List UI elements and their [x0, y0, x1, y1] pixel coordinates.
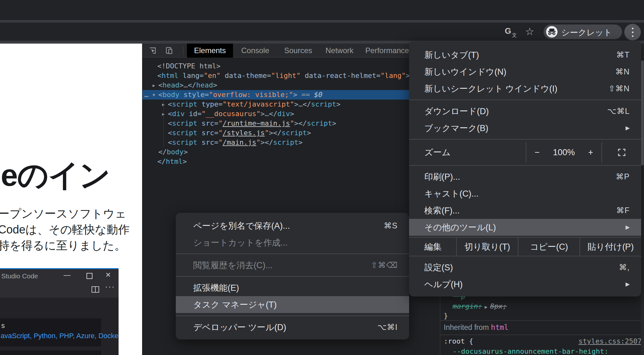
- device-toolbar-icon[interactable]: [165, 46, 173, 56]
- menu-item-cast[interactable]: キャスト(C)...: [409, 185, 641, 202]
- menu-item-label: ショートカットを作成...: [193, 237, 398, 248]
- dom-tree-node[interactable]: <script src="/styles.js"></script>: [142, 128, 440, 138]
- dom-tree-node[interactable]: </body>: [142, 147, 440, 157]
- menu-item-label: ヘルプ(H): [424, 279, 622, 290]
- split-editor-icon: [92, 286, 99, 294]
- css-property-row[interactable]: margin:▶8px;: [453, 302, 507, 311]
- menu-shortcut: ⇧⌘N: [608, 84, 630, 93]
- menu-item-label: デベロッパー ツール(D): [193, 322, 377, 333]
- dom-tree-node[interactable]: <html lang="en" data-theme="light" data-…: [142, 71, 440, 80]
- menu-item-label: ブックマーク(B): [424, 122, 622, 134]
- menu-shortcut: ⌘,: [619, 263, 630, 272]
- menu-separator: [409, 165, 641, 166]
- menu-item-label: 拡張機能(E): [193, 282, 398, 294]
- tab-sources[interactable]: Sources: [277, 44, 319, 58]
- menu-item-new-window[interactable]: 新しいウインドウ(N)⌘N: [409, 63, 641, 80]
- tab-console[interactable]: Console: [233, 44, 277, 58]
- menu-item-new-incognito-window[interactable]: 新しいシークレット ウインドウ(I)⇧⌘N: [409, 80, 641, 97]
- menu-shortcut: ⌘T: [616, 50, 630, 59]
- styles-section-divider: [440, 335, 644, 335]
- menu-separator: [176, 316, 409, 316]
- inspect-element-icon[interactable]: [148, 46, 157, 56]
- menu-separator: [409, 139, 641, 140]
- stylesheet-link[interactable]: styles.css:2507: [579, 337, 642, 346]
- menu-item-help[interactable]: ヘルプ(H)▶: [409, 276, 641, 293]
- disclosure-arrow-icon[interactable]: ▶: [153, 81, 158, 90]
- zoom-value: 100%: [553, 148, 575, 157]
- page-text-line: ープンソースソフトウェ: [0, 206, 127, 222]
- menu-item-label: 閲覧履歴を消去(C)...: [193, 260, 371, 271]
- menu-item-edit: 編集: [409, 238, 456, 256]
- menu-item-copy[interactable]: コピー(C): [518, 238, 579, 256]
- fullscreen-button[interactable]: [602, 142, 641, 163]
- dom-tree-node[interactable]: …▼<body style="overflow: visible;"> == $…: [142, 90, 440, 100]
- scrollbar-thumb[interactable]: [641, 60, 644, 165]
- browser-menu-button[interactable]: [624, 24, 641, 40]
- menu-item-bookmarks[interactable]: ブックマーク(B)▶: [409, 120, 641, 136]
- css-rule-selector[interactable]: :root {: [444, 337, 473, 346]
- menu-item-find[interactable]: 検索(F)...⌘F: [409, 202, 641, 219]
- menu-item-save-page-as[interactable]: ページを別名で保存(A)...⌘S: [176, 217, 409, 234]
- zoom-out-button[interactable]: −: [535, 148, 540, 157]
- menu-item-developer-tools[interactable]: デベロッパー ツール(D)⌥⌘I: [176, 319, 409, 336]
- menu-item-label: 新しいウインドウ(N): [424, 66, 615, 78]
- vscode-window-title: Studio Code: [1, 272, 38, 280]
- menu-separator: [176, 276, 409, 277]
- dom-tree-node[interactable]: <script src="/runtime~main.js"></script>: [142, 119, 440, 128]
- disclosure-arrow-icon[interactable]: ▼: [153, 90, 158, 100]
- close-icon: ×: [106, 270, 111, 280]
- menu-item-new-tab[interactable]: 新しいタブ(T)⌘T: [409, 46, 641, 63]
- dom-tree-node[interactable]: ▶<script type="text/javascript">…</scrip…: [142, 100, 440, 109]
- menu-item-paste[interactable]: 貼り付け(P): [579, 238, 641, 256]
- dom-tree-node[interactable]: ▶<head>…</head>: [142, 80, 440, 90]
- disclosure-arrow-icon[interactable]: ▶: [162, 109, 168, 119]
- tab-network[interactable]: Network: [319, 44, 360, 58]
- page-text-line: 持を得るに至りました。: [0, 238, 126, 254]
- menu-item-downloads[interactable]: ダウンロード(D)⌥⌘L: [409, 103, 641, 120]
- menu-item-clear-browsing-data[interactable]: 閲覧履歴を消去(C)...⇧⌘⌫: [176, 257, 409, 274]
- maximize-icon: [86, 273, 92, 279]
- toolbar-divider: [0, 20, 644, 23]
- more-actions-icon: ···: [105, 282, 115, 292]
- menu-item-label: 設定(S): [424, 262, 619, 273]
- toolbar-divider: [183, 46, 183, 55]
- incognito-label: シークレット: [561, 27, 612, 38]
- menu-item-more-tools[interactable]: その他のツール(L)▶: [409, 219, 641, 236]
- tab-elements[interactable]: Elements: [187, 44, 233, 58]
- menu-shortcut: ⌘P: [616, 172, 630, 181]
- page-title: deのイン: [0, 155, 110, 197]
- menu-item-create-shortcut[interactable]: ショートカットを作成...: [176, 234, 409, 251]
- vscode-screenshot: Studio Code — × ··· s avaScript, Python,…: [0, 268, 119, 355]
- menu-item-label: ダウンロード(D): [424, 106, 607, 117]
- submenu-arrow-icon: ▶: [626, 281, 630, 288]
- vscode-card-text: s: [1, 322, 5, 330]
- menu-item-label: 検索(F)...: [424, 205, 616, 216]
- menu-item-label: その他のツール(L): [424, 222, 622, 233]
- dom-tree-node[interactable]: <!DOCTYPE html>: [142, 61, 440, 71]
- vscode-titlebar: Studio Code — × ···: [0, 269, 119, 298]
- bookmark-star-icon[interactable]: ☆: [525, 25, 534, 38]
- zoom-in-button[interactable]: +: [588, 148, 593, 157]
- translate-icon[interactable]: G文: [505, 27, 516, 38]
- dom-tree-node[interactable]: ▶<div id="__docusaurus">…</div>: [142, 109, 440, 119]
- menu-item-zoom: ズーム−100%+: [409, 142, 641, 163]
- devtools-tabs: ElementsConsoleSourcesNetworkPerformance: [187, 44, 414, 58]
- tab-performance[interactable]: Performance: [360, 44, 414, 58]
- submenu-arrow-icon: ▶: [626, 224, 630, 231]
- submenu-arrow-icon: ▶: [626, 125, 630, 131]
- disclosure-arrow-icon[interactable]: ▶: [162, 100, 168, 109]
- css-variable-row[interactable]: --docusaurus-announcement-bar-height:: [453, 347, 608, 355]
- menu-item-task-manager[interactable]: タスク マネージャ(T): [176, 296, 409, 313]
- styles-section-divider: [440, 320, 644, 321]
- menu-item-settings[interactable]: 設定(S)⌘,: [409, 259, 641, 276]
- menu-item-print[interactable]: 印刷(P)...⌘P: [409, 168, 641, 185]
- browser-window: G文 ☆ シークレット deのイン ープンソースソフトウェ Codeは、その軽快…: [0, 0, 644, 355]
- menu-shortcut: ⌘F: [616, 206, 630, 215]
- menu-item-cut[interactable]: 切り取り(T): [456, 238, 518, 256]
- menu-shortcut: ⌘N: [615, 67, 630, 76]
- dom-tree-node[interactable]: </html>: [142, 157, 440, 166]
- inherited-selector[interactable]: html: [491, 323, 508, 331]
- dom-tree-node[interactable]: <script src="/main.js"></script>: [142, 138, 440, 147]
- zoom-label: ズーム: [409, 142, 526, 163]
- menu-item-extensions[interactable]: 拡張機能(E): [176, 279, 409, 296]
